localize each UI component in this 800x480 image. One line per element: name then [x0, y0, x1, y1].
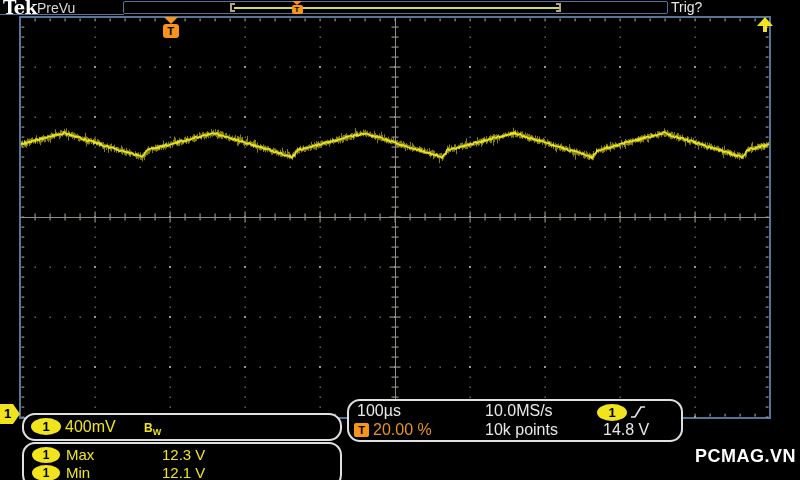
trigger-level: 14.8 V [603, 421, 649, 439]
watermark: PCMAG.VN [695, 446, 796, 467]
channel1-badge: 1 [32, 465, 60, 480]
bandwidth-limit-icon: BW [144, 421, 161, 437]
measurements-box: 1 Max 12.3 V 1 Min 12.1 V [22, 442, 342, 480]
channel1-badge: 1 [31, 418, 61, 435]
horizontal-position-pct: 20.00 % [373, 421, 432, 439]
measurement-value: 12.3 V [162, 446, 205, 463]
measurement-label: Min [66, 464, 90, 480]
channel1-badge: 1 [32, 447, 60, 463]
trigger-type-icon: T [354, 423, 369, 437]
channel1-readout-box: 1 400mV BW [22, 413, 342, 441]
tek-logo: Tek [3, 0, 37, 18]
trigger-position-marker-icon: T [162, 17, 179, 38]
trigger-level-offscreen-icon [757, 17, 773, 32]
record-window-right-bracket [556, 3, 561, 12]
record-length: 10k points [485, 421, 558, 439]
record-view-bar: T [123, 1, 668, 14]
time-per-div: 100µs [357, 402, 401, 420]
oscilloscope-screen: Tek PreVu Trig? T T 1 1 400mV BW 100µs 1… [0, 0, 800, 480]
measurement-label: Max [66, 446, 94, 463]
trigger-position-arrow-icon [164, 17, 178, 24]
trigger-status: Trig? [671, 0, 702, 15]
record-window-line [234, 7, 560, 9]
trigger-source-badge: 1 [597, 404, 627, 421]
channel1-scale: 400mV [65, 418, 116, 436]
record-window-left-bracket [230, 3, 235, 12]
measurement-value: 12.1 V [162, 464, 205, 480]
trigger-readout-box: 100µs 10.0MS/s 1 T 20.00 % 10k points 14… [347, 399, 683, 442]
trigger-slope-icon [630, 405, 646, 419]
sample-rate: 10.0MS/s [485, 402, 553, 420]
record-trigger-marker-icon: T [290, 1, 304, 14]
topbar-divider [0, 14, 124, 15]
